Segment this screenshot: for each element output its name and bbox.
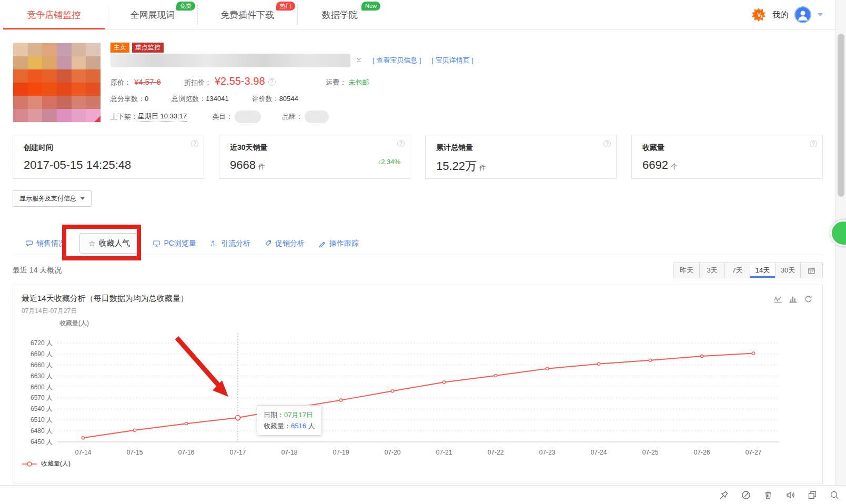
review-count-stat: 评价数：80544	[252, 94, 298, 104]
help-icon[interactable]: ?	[397, 140, 405, 147]
nav-tab-store-monitor[interactable]: 竞争店铺监控	[0, 0, 108, 29]
mosaic-cell	[72, 109, 86, 122]
chart-point[interactable]	[133, 429, 136, 431]
mosaic-cell	[42, 96, 57, 109]
listing-row: 上下架： 星期日 10:33:17 类目： 品牌：	[110, 110, 823, 123]
product-summary: 主卖重点监控 [ 查看宝贝信息 ][ 宝贝详情页 ] 原价： ¥4.57-6 折…	[13, 43, 823, 123]
view-item-info-link[interactable]: [ 查看宝贝信息 ]	[372, 56, 421, 65]
chart-point[interactable]	[700, 355, 703, 357]
line-view-icon[interactable]	[773, 295, 782, 304]
bar-view-icon[interactable]	[789, 295, 798, 304]
nav-tab-data-academy[interactable]: 数据学院New	[297, 0, 382, 29]
tab-operation-tracking[interactable]: 操作跟踪	[318, 239, 359, 248]
discount-price: ¥2.55-3.98	[215, 75, 265, 87]
mosaic-cell	[72, 56, 86, 69]
scrollbar-thumb[interactable]	[838, 34, 844, 197]
detail-tab-label: 操作跟踪	[329, 239, 359, 248]
detail-tabs: 销售情况☆收藏人气PC浏览量引流分析促销分析操作跟踪	[13, 232, 823, 255]
chart-point[interactable]	[494, 374, 497, 377]
vip-level-icon[interactable]: V 3	[751, 7, 766, 22]
chart-title: 最近14天收藏分析（每日数据为均为总收藏量）	[22, 294, 188, 304]
speaker-icon[interactable]	[785, 490, 795, 500]
mosaic-cell	[57, 69, 72, 83]
trash-icon[interactable]	[763, 490, 773, 500]
tab-promotion-analysis[interactable]: 促销分析	[264, 239, 305, 248]
show-service-payment-button[interactable]: 显示服务及支付信息	[13, 190, 92, 207]
help-icon[interactable]: ?	[603, 140, 611, 147]
chart-point[interactable]	[752, 352, 754, 355]
window-restore-icon[interactable]	[807, 490, 818, 500]
y-tick-label: 6720 人	[31, 339, 53, 347]
mosaic-cell	[57, 109, 72, 122]
account-dropdown-caret[interactable]	[818, 13, 823, 16]
range-14days[interactable]: 14天	[750, 263, 775, 278]
range-3days[interactable]: 3天	[699, 263, 724, 278]
chart-point[interactable]	[185, 422, 187, 425]
compose-icon[interactable]	[741, 490, 751, 500]
card-value: 9668件	[230, 158, 399, 172]
item-detail-page-link[interactable]: [ 宝贝详情页 ]	[431, 56, 473, 65]
detail-tab-label: PC浏览量	[164, 239, 196, 248]
chart-point[interactable]	[597, 362, 600, 365]
help-icon[interactable]: ?	[810, 140, 817, 147]
mosaic-cell	[86, 96, 100, 109]
user-avatar[interactable]	[794, 6, 811, 23]
price-row: 原价： ¥4.57-6 折扣价： ¥2.55-3.98 ? 运费： 未包邮	[110, 75, 823, 87]
tab-sales[interactable]: 销售情况	[25, 239, 66, 248]
product-info: 主卖重点监控 [ 查看宝贝信息 ][ 宝贝详情页 ] 原价： ¥4.57-6 折…	[110, 43, 823, 123]
mosaic-cell	[42, 56, 57, 69]
chart-point[interactable]	[339, 399, 342, 401]
range-7days[interactable]: 7天	[724, 263, 750, 278]
favorites-line-chart[interactable]: 6450 人6480 人6510 人6540 人6570 人6600 人6630…	[13, 285, 811, 483]
mosaic-cell	[72, 96, 86, 109]
help-icon[interactable]: ?	[191, 140, 198, 147]
detail-tab-label: 引流分析	[221, 239, 250, 248]
y-tick-label: 6510 人	[31, 416, 53, 424]
x-tick-label: 07-22	[488, 449, 504, 456]
chart-point[interactable]	[82, 437, 84, 439]
discount-help-icon[interactable]: ?	[268, 78, 276, 86]
mosaic-cell	[13, 56, 28, 69]
listing-time[interactable]: 星期日 10:33:17	[138, 112, 187, 122]
chart-point[interactable]	[442, 381, 445, 384]
nav-tab-search-words[interactable]: 全网展现词免费	[108, 0, 197, 29]
overview-label: 最近 14 天概况	[13, 266, 62, 275]
my-account-label[interactable]: 我的	[772, 10, 788, 20]
x-tick-label: 07-15	[127, 449, 143, 456]
magnifier-icon[interactable]	[829, 490, 840, 500]
x-tick-label: 07-24	[591, 449, 607, 456]
pin-icon[interactable]	[719, 490, 729, 500]
mosaic-cell	[13, 83, 28, 96]
range-30days[interactable]: 30天	[775, 263, 800, 278]
blurred-category-chip	[235, 110, 261, 123]
brand-label: 品牌：	[282, 112, 303, 122]
chart-point[interactable]	[391, 390, 394, 392]
chart-point-hovered[interactable]	[235, 415, 240, 420]
mosaic-cell	[42, 83, 57, 96]
mosaic-cell	[86, 43, 100, 56]
chart-point[interactable]	[649, 359, 651, 361]
refresh-icon[interactable]	[804, 295, 813, 304]
y-tick-label: 6630 人	[31, 372, 53, 380]
mosaic-cell	[86, 69, 100, 83]
nav-tab-plugin-download[interactable]: 免费插件下载热门	[197, 0, 297, 29]
tab-favorites[interactable]: ☆收藏人气	[79, 233, 139, 254]
mosaic-cell	[72, 83, 86, 96]
nav-tab-label: 数据学院	[322, 9, 358, 21]
x-tick-label: 07-21	[436, 449, 452, 456]
top-nav: 竞争店铺监控全网展现词免费免费插件下载热门数据学院New V 3 我的	[0, 0, 846, 30]
x-tick-label: 07-23	[539, 449, 556, 456]
tab-pc-views[interactable]: PC浏览量	[153, 239, 196, 248]
range-yesterday[interactable]: 昨天	[674, 263, 699, 278]
nav-tab-label: 免费插件下载	[220, 9, 274, 21]
calendar-button[interactable]	[800, 263, 822, 278]
y-tick-label: 6570 人	[31, 394, 53, 401]
x-tick-label: 07-26	[694, 449, 710, 456]
chart-point[interactable]	[546, 367, 548, 370]
tab-traffic-analysis[interactable]: 引流分析	[210, 239, 250, 248]
date-range-group: 昨天3天7天14天30天	[673, 263, 823, 278]
chart-toolbox	[773, 295, 813, 304]
tag-main-sale: 主卖	[110, 43, 129, 53]
chart-tooltip: 日期：07月17日 收藏量：6516 人	[257, 405, 322, 436]
chart-legend[interactable]: 收藏量(人)	[22, 459, 70, 468]
